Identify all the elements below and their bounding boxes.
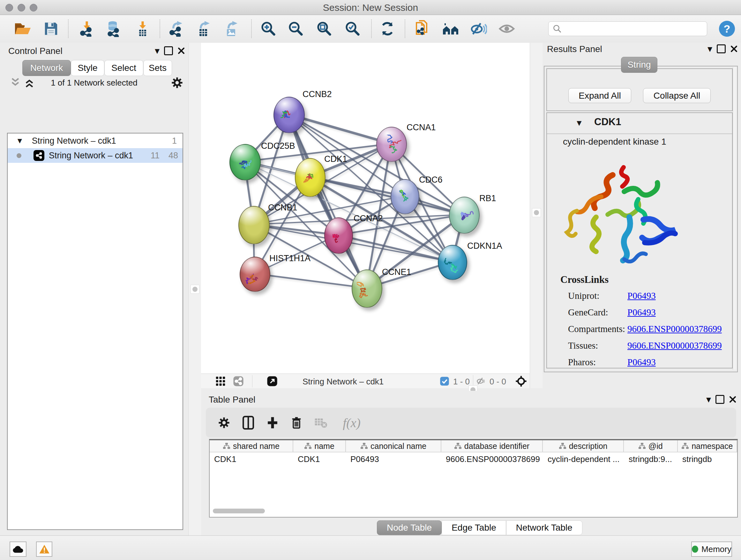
expand-all-button[interactable]: Expand All — [568, 88, 631, 103]
open-in-window-icon[interactable] — [267, 376, 278, 387]
refresh-button[interactable] — [378, 19, 397, 38]
import-network-database-button[interactable] — [104, 19, 123, 38]
tab-network-table[interactable]: Network Table — [506, 520, 583, 535]
tab-sets[interactable]: Sets — [143, 60, 172, 76]
warnings-button[interactable] — [36, 542, 52, 557]
network-node-CDKN1A[interactable] — [438, 245, 467, 280]
crosslink-uniprot-link[interactable]: P06493 — [627, 291, 656, 301]
table-panel-float-icon[interactable] — [716, 395, 724, 404]
cloud-status-button[interactable] — [10, 542, 26, 557]
column-header-name[interactable]: name — [293, 440, 346, 452]
network-row[interactable]: String Network – cdk1 11 48 — [8, 148, 183, 163]
table-hscrollbar[interactable] — [213, 509, 265, 513]
collapse-all-button[interactable]: Collapse All — [643, 88, 711, 103]
table-panel-collapse-icon[interactable]: ▾ — [706, 396, 711, 403]
column-header-@id[interactable]: @id — [624, 440, 678, 452]
node-table[interactable]: shared namenamecanonical namedatabase id… — [209, 439, 738, 517]
network-node-CCNA2[interactable] — [324, 217, 353, 254]
show-all-button[interactable] — [497, 19, 516, 38]
network-node-CCNB2[interactable] — [273, 97, 305, 133]
network-node-HIST1H1A[interactable] — [240, 257, 270, 292]
memory-button[interactable]: Memory — [691, 542, 732, 557]
results-scrollbar[interactable] — [733, 67, 736, 370]
control-panel-float-icon[interactable] — [164, 46, 173, 55]
export-table-button[interactable] — [194, 19, 213, 38]
horizontal-splitter[interactable] — [201, 388, 741, 391]
tab-network[interactable]: Network — [22, 60, 71, 76]
import-network-file-button[interactable] — [77, 19, 96, 38]
show-columns-button[interactable] — [240, 415, 256, 431]
crosslinks-heading: CrossLinks — [560, 274, 609, 286]
export-network-button[interactable] — [167, 19, 185, 38]
string-import-button[interactable] — [413, 19, 432, 38]
network-node-CCNB1[interactable] — [239, 206, 270, 244]
network-node-RB1[interactable] — [449, 197, 480, 234]
grid-view-icon[interactable] — [215, 376, 226, 387]
table-panel-close-icon[interactable] — [729, 395, 737, 403]
help-button[interactable]: ? — [718, 19, 736, 38]
tab-node-table[interactable]: Node Table — [377, 520, 442, 535]
control-panel-close-icon[interactable] — [178, 47, 185, 55]
tab-edge-table[interactable]: Edge Table — [442, 520, 506, 535]
table-cell[interactable]: CDK1 — [210, 454, 293, 464]
network-badge-icon[interactable] — [233, 376, 244, 387]
control-panel-collapse-icon[interactable]: ▾ — [155, 47, 159, 54]
results-panel-collapse-icon[interactable]: ▾ — [708, 45, 712, 52]
search-input[interactable] — [562, 23, 707, 34]
network-view-toolbar: String Network – cdk1 1 - 0 0 - 0 — [201, 374, 530, 388]
network-node-CDK1[interactable] — [295, 158, 326, 197]
add-column-button[interactable] — [265, 415, 280, 431]
open-session-button[interactable] — [13, 19, 32, 38]
selected-checkbox-icon[interactable] — [440, 376, 449, 386]
birdseye-crosshair-icon[interactable] — [515, 375, 527, 387]
crosslink-genecard-link[interactable]: P06493 — [627, 307, 656, 318]
table-cell[interactable]: stringdb:9... — [624, 454, 678, 464]
column-header-description[interactable]: description — [543, 440, 624, 452]
crosslink-tissues-link[interactable]: 9606.ENSP00000378699 — [627, 340, 722, 351]
column-header-database-identifier[interactable]: database identifier — [441, 440, 543, 452]
tab-style[interactable]: Style — [71, 60, 105, 76]
delete-column-button[interactable] — [288, 415, 305, 431]
network-collection-row[interactable]: ▼ String Network – cdk1 1 — [8, 133, 183, 148]
right-splitter-handle[interactable] — [532, 208, 541, 217]
left-splitter[interactable] — [188, 43, 202, 536]
network-edge[interactable] — [254, 273, 366, 288]
table-settings-button[interactable] — [216, 415, 232, 431]
delete-table-icon — [314, 416, 328, 429]
crosslink-compartments-link[interactable]: 9606.ENSP00000378699 — [627, 324, 722, 334]
collection-expand-icon[interactable]: ▼ — [16, 136, 23, 145]
table-cell[interactable]: stringdb — [678, 454, 737, 464]
hide-selected-button[interactable] — [469, 19, 488, 38]
table-cell[interactable]: cyclin-dependent ... — [543, 454, 624, 464]
results-panel-float-icon[interactable] — [717, 44, 726, 53]
results-panel-close-icon[interactable] — [730, 45, 738, 53]
network-node-CCNE1[interactable] — [352, 269, 382, 308]
column-header-shared-name[interactable]: shared name — [210, 440, 293, 452]
table-cell[interactable]: CDK1 — [293, 454, 346, 464]
network-canvas[interactable]: CCNB2CCNA1CDC25BCDK1CDC6RB1CCNB1CCNA2CDK… — [201, 43, 530, 374]
left-splitter-handle[interactable] — [191, 285, 199, 294]
zoom-in-button[interactable] — [259, 19, 278, 38]
network-node-CDC25B[interactable] — [229, 144, 261, 180]
table-row[interactable]: CDK1CDK1P064939606.ENSP00000378699cyclin… — [210, 452, 737, 466]
tab-select[interactable]: Select — [105, 60, 143, 76]
network-options-gear-icon[interactable] — [171, 76, 184, 89]
crosslink-pharos-link[interactable]: P06493 — [627, 357, 656, 368]
save-session-button[interactable] — [42, 19, 60, 38]
right-splitter[interactable] — [530, 43, 543, 388]
table-cell[interactable]: P06493 — [346, 454, 441, 464]
zoom-fit-button[interactable] — [315, 19, 333, 38]
zoom-out-button[interactable] — [286, 19, 305, 38]
table-cell[interactable]: 9606.ENSP00000378699 — [441, 454, 543, 464]
gene-collapse-icon[interactable]: ▼ — [575, 118, 583, 128]
network-node-CCNA1[interactable] — [376, 127, 407, 162]
column-header-namespace[interactable]: namespace — [678, 440, 737, 452]
home-button[interactable] — [442, 19, 460, 38]
column-header-canonical-name[interactable]: canonical name — [346, 440, 441, 452]
network-node-CDC6[interactable] — [391, 179, 419, 214]
search-field[interactable] — [548, 21, 707, 36]
tab-string[interactable]: String — [621, 57, 657, 73]
import-table-button[interactable] — [133, 19, 152, 38]
zoom-selected-button[interactable] — [343, 19, 362, 38]
export-image-button[interactable] — [222, 19, 241, 38]
